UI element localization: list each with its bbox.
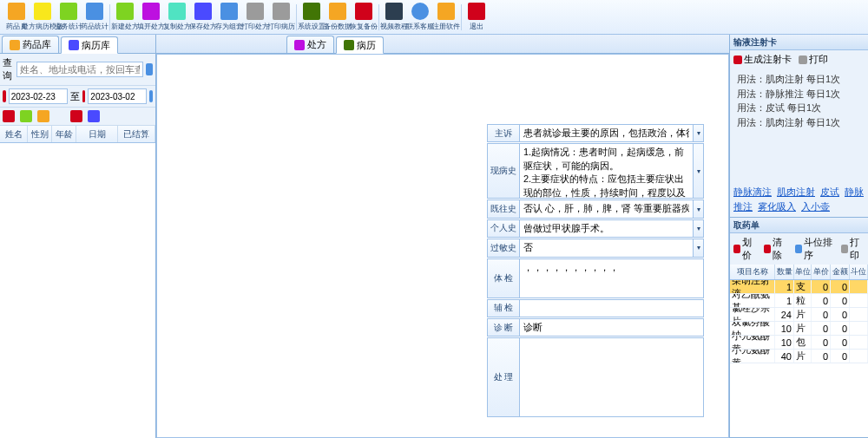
mode-link[interactable]: 雾化吸入 bbox=[758, 201, 796, 212]
print-card-button[interactable]: 打印 bbox=[799, 53, 828, 66]
form-label-6: 辅 检 bbox=[487, 299, 520, 317]
usage-item: 用法：肌肉注射 每日1次 bbox=[737, 115, 861, 130]
injection-mode-links: 静脉滴注肌肉注射皮试静脉推注雾化吸入入小壶 bbox=[730, 181, 868, 217]
patient-list-header: 姓名 性别 年龄 日期 已结算 bbox=[0, 126, 155, 143]
form-dropdown-4[interactable]: ▾ bbox=[694, 239, 704, 257]
form-input-1[interactable] bbox=[520, 143, 694, 199]
form-label-4: 过敏史 bbox=[487, 239, 520, 257]
form-input-3[interactable] bbox=[520, 219, 694, 238]
date-go-icon[interactable] bbox=[149, 90, 153, 102]
form-dropdown-1[interactable]: ▾ bbox=[694, 143, 704, 199]
search-label: 查询 bbox=[3, 56, 14, 82]
tool-drug-stats[interactable]: 药品统计 bbox=[82, 1, 108, 34]
tool-fill-rx[interactable]: 填开处方 bbox=[138, 1, 164, 34]
usage-item: 用法：皮试 每日1次 bbox=[737, 101, 861, 115]
form-label-2: 既往史 bbox=[487, 199, 520, 218]
usage-item: 用法：静脉推注 每日1次 bbox=[737, 87, 861, 101]
date-from-input[interactable] bbox=[9, 88, 68, 104]
tool-register[interactable]: 注册软件 bbox=[433, 1, 459, 34]
tool-support[interactable]: 联系客服 bbox=[407, 1, 433, 34]
form-label-1: 现病史 bbox=[487, 143, 520, 199]
meds-sort-button[interactable]: 斗位排序 bbox=[795, 236, 834, 262]
tool-save-set[interactable]: 存为组套 bbox=[216, 1, 242, 34]
patient-list[interactable] bbox=[0, 143, 155, 438]
action5-icon[interactable] bbox=[88, 110, 100, 122]
action4-icon[interactable] bbox=[70, 110, 82, 122]
form-input-6[interactable] bbox=[520, 299, 704, 317]
tool-backup[interactable]: 备份数据 bbox=[325, 1, 351, 34]
search-input[interactable] bbox=[16, 62, 143, 77]
tool-template[interactable]: 处方病历模版 bbox=[30, 1, 56, 34]
form-dropdown-2[interactable]: ▾ bbox=[694, 199, 704, 218]
form-label-3: 个人史 bbox=[487, 219, 520, 238]
form-label-5: 体 检 bbox=[487, 258, 520, 298]
med-row[interactable]: 小儿氨酚黄…40片00 bbox=[730, 350, 868, 363]
med-row[interactable]: 对乙酰氨基…1粒00 bbox=[730, 294, 868, 308]
form-label-0: 主诉 bbox=[487, 124, 520, 142]
meds-price-button[interactable]: 划价 bbox=[733, 236, 757, 262]
form-label-8: 处 理 bbox=[487, 337, 520, 417]
mode-link[interactable]: 皮试 bbox=[820, 186, 839, 197]
action2-icon[interactable] bbox=[20, 110, 32, 122]
form-input-4[interactable] bbox=[520, 239, 694, 257]
center-tab-mr[interactable]: 病历 bbox=[336, 36, 384, 54]
form-label-7: 诊 断 bbox=[487, 318, 520, 337]
med-row[interactable]: 氯唑沙宗片24片00 bbox=[730, 308, 868, 322]
form-input-8[interactable] bbox=[520, 337, 704, 417]
action3-icon[interactable] bbox=[37, 110, 49, 122]
form-input-0[interactable] bbox=[520, 124, 694, 142]
tool-settings[interactable]: 系统设置 bbox=[299, 1, 325, 34]
form-input-5[interactable] bbox=[520, 258, 704, 298]
injection-card-title: 输液注射卡 bbox=[730, 35, 868, 50]
action1-icon[interactable] bbox=[3, 110, 15, 122]
search-go-icon[interactable] bbox=[146, 63, 153, 75]
left-tab-druglib[interactable]: 药品库 bbox=[2, 36, 59, 53]
form-input-7[interactable] bbox=[520, 318, 704, 337]
mode-link[interactable]: 静脉滴注 bbox=[733, 186, 772, 197]
date-to-label: 至 bbox=[70, 90, 80, 103]
tool-restore[interactable]: 恢复备份 bbox=[351, 1, 377, 34]
meds-print-button[interactable]: 打印 bbox=[841, 236, 865, 262]
form-dropdown-3[interactable]: ▾ bbox=[694, 219, 704, 238]
tool-print-mr[interactable]: 打印病历 bbox=[268, 1, 294, 34]
date-to-input[interactable] bbox=[88, 88, 147, 104]
tool-print-rx[interactable]: 打印处方 bbox=[242, 1, 268, 34]
med-row[interactable]: 小儿氨酚黄…10包00 bbox=[730, 336, 868, 350]
main-toolbar: 药品库 处方病历模版 业务统计 药品统计 新建处方 填开处方 复制处方 保存处方… bbox=[0, 0, 868, 35]
form-input-2[interactable] bbox=[520, 199, 694, 218]
tool-biz-stats[interactable]: 业务统计 bbox=[56, 1, 82, 34]
calendar-from-icon[interactable] bbox=[3, 90, 6, 102]
meds-header: 项目名称 数量 单位 单价 金额 斗位 bbox=[730, 265, 868, 280]
tool-new-rx[interactable]: 新建处方 bbox=[112, 1, 138, 34]
tool-save-rx[interactable]: 保存处方 bbox=[190, 1, 216, 34]
tool-video[interactable]: 视频教程 bbox=[381, 1, 407, 34]
mode-link[interactable]: 肌肉注射 bbox=[777, 186, 815, 197]
mode-link[interactable]: 入小壶 bbox=[801, 201, 830, 212]
left-tab-mrlib[interactable]: 病历库 bbox=[61, 36, 118, 54]
tool-exit[interactable]: 退出 bbox=[464, 1, 490, 34]
med-row[interactable]: 柴胡注射液1支00 bbox=[730, 280, 868, 294]
tool-copy-rx[interactable]: 复制处方 bbox=[164, 1, 190, 34]
center-tab-rx[interactable]: 处方 bbox=[286, 36, 334, 53]
med-row[interactable]: 双氯芬酸钠…10片00 bbox=[730, 322, 868, 336]
usage-item: 用法：肌肉注射 每日1次 bbox=[737, 72, 861, 87]
form-dropdown-0[interactable]: ▾ bbox=[694, 124, 704, 142]
meds-title: 取药单 bbox=[730, 218, 868, 233]
usage-list: 用法：肌肉注射 每日1次用法：静脉推注 每日1次用法：皮试 每日1次用法：肌肉注… bbox=[730, 69, 868, 133]
meds-clear-button[interactable]: 清除 bbox=[764, 236, 787, 262]
gen-card-button[interactable]: 生成注射卡 bbox=[733, 53, 792, 66]
meds-list[interactable]: 柴胡注射液1支00对乙酰氨基…1粒00氯唑沙宗片24片00双氯芬酸钠…10片00… bbox=[730, 280, 868, 437]
calendar-to-icon[interactable] bbox=[82, 90, 86, 102]
